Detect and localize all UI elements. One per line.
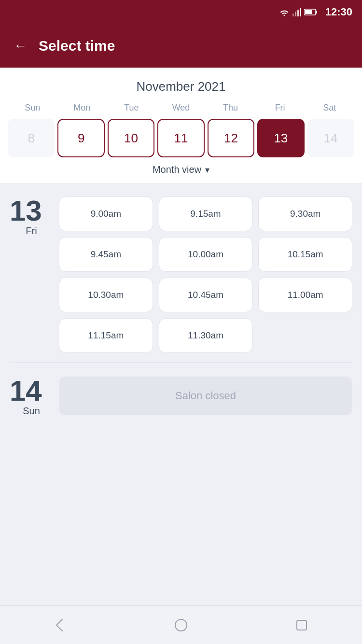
svg-rect-2 [297, 10, 299, 16]
app-header: ← Select time [0, 24, 362, 68]
weekday-tue: Tue [107, 103, 156, 113]
day-row-14: 14 Sun Salon closed [10, 377, 352, 417]
salon-closed-text: Salon closed [175, 390, 236, 402]
signal-icon [292, 8, 301, 16]
status-icons [279, 8, 318, 16]
page-title: Select time [39, 38, 115, 54]
weekday-sun: Sun [8, 103, 57, 113]
nav-back-button[interactable] [50, 615, 71, 636]
time-grid-13: 9.00am 9.15am 9.30am 9.45am 10.00am 10.1… [59, 196, 352, 353]
timeslot-section: 13 Fri 9.00am 9.15am 9.30am 9.45am 10.00… [0, 183, 362, 605]
month-view-toggle[interactable]: Month view ▾ [8, 157, 354, 183]
time-slot-1045am[interactable]: 10.45am [159, 278, 253, 312]
svg-point-7 [175, 619, 187, 631]
time-slot-1115am[interactable]: 11.15am [59, 318, 153, 353]
back-nav-icon [53, 617, 68, 633]
weekdays-row: Sun Mon Tue Wed Thu Fri Sat [8, 103, 354, 113]
svg-rect-5 [316, 11, 317, 14]
time-slot-915am[interactable]: 9.15am [159, 196, 253, 231]
cal-day-11[interactable]: 11 [157, 119, 204, 157]
cal-day-12[interactable]: 12 [208, 119, 254, 157]
cal-day-10[interactable]: 10 [108, 119, 154, 157]
day-label-14: 14 Sun [10, 377, 53, 417]
time-slot-1030am[interactable]: 10.30am [59, 278, 153, 312]
chevron-down-icon: ▾ [205, 165, 209, 175]
wifi-icon [279, 8, 290, 16]
status-time: 12:30 [325, 6, 352, 18]
day-label-13: 13 Fri [10, 196, 53, 237]
back-button[interactable]: ← [14, 39, 27, 53]
svg-rect-3 [300, 8, 301, 16]
weekday-wed: Wed [156, 103, 206, 113]
bottom-nav [0, 605, 362, 644]
day-number-13: 13 [10, 196, 53, 225]
time-slot-1100am[interactable]: 11.00am [258, 278, 352, 312]
time-slot-1130am[interactable]: 11.30am [159, 318, 253, 353]
salon-closed-box: Salon closed [59, 377, 352, 415]
nav-home-button[interactable] [170, 615, 192, 636]
weekday-thu: Thu [206, 103, 255, 113]
day-section-14: 14 Sun Salon closed [0, 363, 362, 426]
day-name-13: Fri [10, 225, 53, 237]
time-slot-1015am[interactable]: 10.15am [258, 237, 352, 272]
svg-rect-0 [292, 14, 294, 16]
cal-day-14: 14 [307, 119, 354, 157]
weekday-mon: Mon [57, 103, 107, 113]
weekday-sat: Sat [305, 103, 354, 113]
status-bar: 12:30 [0, 0, 362, 24]
nav-recent-button[interactable] [291, 615, 312, 636]
time-slot-900am[interactable]: 9.00am [59, 196, 153, 231]
recent-nav-icon [294, 617, 309, 633]
weekday-fri: Fri [255, 103, 305, 113]
calendar-row: 8 9 10 11 12 13 14 [8, 119, 354, 157]
svg-rect-8 [297, 620, 306, 630]
time-slot-1000am[interactable]: 10.00am [159, 237, 253, 272]
svg-rect-1 [295, 12, 296, 16]
time-slot-930am[interactable]: 9.30am [258, 196, 352, 231]
cal-day-13[interactable]: 13 [257, 119, 304, 157]
day-row-13: 13 Fri 9.00am 9.15am 9.30am 9.45am 10.00… [10, 196, 352, 353]
time-slot-945am[interactable]: 9.45am [59, 237, 153, 272]
month-year-label: November 2021 [8, 79, 354, 94]
day-name-14: Sun [10, 406, 53, 417]
battery-icon [304, 8, 318, 16]
svg-rect-6 [305, 10, 312, 14]
home-nav-icon [173, 617, 189, 633]
month-view-label: Month view [153, 164, 201, 175]
calendar-section: November 2021 Sun Mon Tue Wed Thu Fri Sa… [0, 68, 362, 183]
day-section-13: 13 Fri 9.00am 9.15am 9.30am 9.45am 10.00… [0, 183, 362, 363]
day-number-14: 14 [10, 377, 53, 406]
cal-day-8: 8 [8, 119, 55, 157]
cal-day-9[interactable]: 9 [57, 119, 104, 157]
